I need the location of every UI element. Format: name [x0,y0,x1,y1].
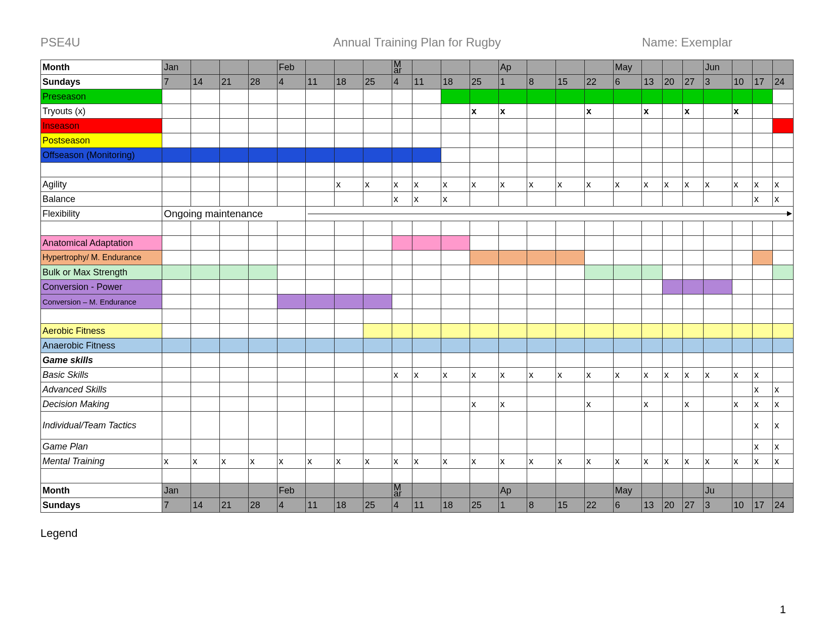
date-cell: 3 [703,75,732,89]
cell [732,439,752,454]
cell [642,119,662,133]
cell: x [732,368,752,382]
cell [219,397,248,412]
cell [642,133,662,148]
cell [662,251,682,265]
cell [527,251,556,265]
row-label: Decision Making [41,397,162,412]
cell [703,280,732,294]
cell [162,89,191,104]
cell [584,192,613,207]
cell [162,353,191,368]
cell [162,397,191,412]
month-cell: Jan [162,483,191,498]
month-cell [642,483,662,498]
cell [556,469,585,483]
row-label: Sundays [41,498,162,513]
cell: x [732,397,752,412]
cell [584,119,613,133]
cell [392,412,412,439]
cell [441,89,470,104]
cell [392,353,412,368]
cell [584,353,613,368]
cell [662,280,682,294]
cell [642,412,662,439]
cell [306,353,335,368]
date-cell: 22 [584,498,613,513]
cell [306,192,335,207]
cell [363,324,392,338]
month-cell: Ju [703,483,732,498]
cell [613,104,642,119]
cell: x [683,104,703,119]
cell: x [662,368,682,382]
cell [732,324,752,338]
cell [392,294,412,309]
cell: x [392,368,412,382]
cell [498,469,527,483]
date-cell: 13 [642,75,662,89]
month-cell [306,60,335,75]
cell [498,163,527,177]
cell [277,324,306,338]
date-cell: 6 [613,75,642,89]
cell: x [441,177,470,192]
cell [191,265,220,280]
month-cell [683,483,703,498]
row-label [41,309,162,324]
cell [527,309,556,324]
month-cell [191,60,220,75]
cell: x [752,439,772,454]
cell [613,324,642,338]
cell [335,133,363,148]
cell [335,338,363,353]
cell [662,309,682,324]
cell [248,309,277,324]
course-code: PSE4U [40,35,192,49]
cell [441,148,470,163]
cell: x [703,368,732,382]
cell [642,309,662,324]
cell [662,236,682,251]
cell [556,89,585,104]
cell [642,338,662,353]
cell [773,324,794,338]
cell [662,221,682,236]
cell [470,236,498,251]
cell [584,309,613,324]
cell [277,236,306,251]
cell [703,251,732,265]
cell [191,251,220,265]
cell [556,163,585,177]
cell: x [219,454,248,469]
cell [219,177,248,192]
row-label: Basic Skills [41,368,162,382]
page-header: PSE4U Annual Training Plan for Rugby Nam… [40,35,794,49]
cell [584,338,613,353]
date-cell: 10 [732,75,752,89]
cell [162,163,191,177]
cell [584,265,613,280]
cell [470,338,498,353]
date-cell: 11 [412,75,441,89]
cell [613,221,642,236]
month-cell: Ap [498,483,527,498]
cell: x [732,177,752,192]
cell [191,89,220,104]
month-cell [441,60,470,75]
cell [191,412,220,439]
month-cell [306,483,335,498]
cell: x [162,454,191,469]
date-cell: 4 [277,75,306,89]
cell: x [584,397,613,412]
month-cell [732,60,752,75]
cell [642,251,662,265]
cell: x [527,368,556,382]
cell [683,265,703,280]
cell: x [335,177,363,192]
date-cell: 6 [613,498,642,513]
student-name: Name: Exemplar [642,35,794,49]
cell [412,294,441,309]
cell [773,280,794,294]
cell [584,133,613,148]
